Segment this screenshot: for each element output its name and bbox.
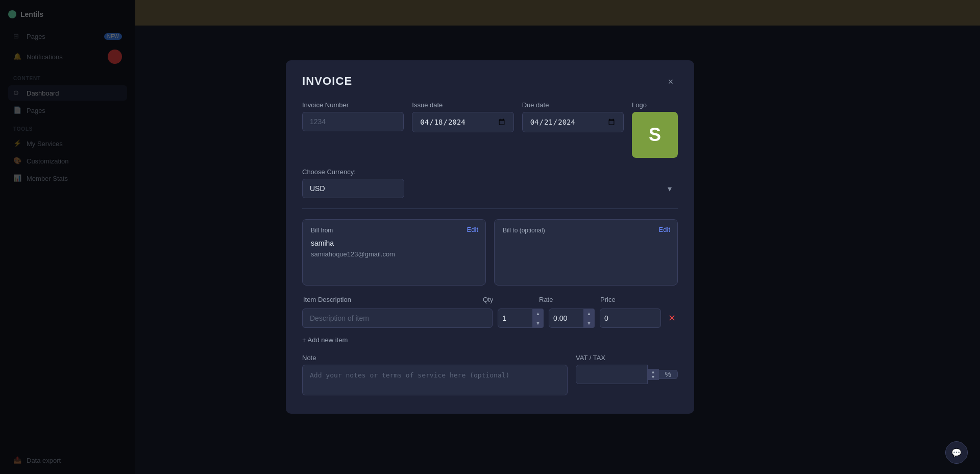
item-row: ▲ ▼ ▲ ▼ ✕ [302, 309, 678, 328]
bill-from-email: samiahoque123@gmail.com [311, 250, 477, 258]
vat-up-button[interactable]: ▲ [648, 369, 658, 374]
bill-to-label: Bill to (optional) [503, 227, 669, 234]
rate-spinner-wrap: ▲ ▼ [549, 309, 595, 328]
issue-date-group: Issue date [412, 101, 513, 132]
col-qty-header: Qty [483, 296, 534, 303]
issue-date-label: Issue date [412, 101, 513, 109]
delete-item-button[interactable]: ✕ [666, 311, 678, 326]
chat-widget-button[interactable]: 💬 [945, 441, 968, 464]
qty-spinner-btns: ▲ ▼ [532, 309, 544, 328]
vat-label: VAT / TAX [576, 354, 678, 362]
invoice-number-group: Invoice Number [302, 101, 404, 131]
bill-row: Edit Bill from samiha samiahoque123@gmai… [302, 219, 678, 286]
currency-select-wrapper: USD EUR GBP CAD [302, 179, 678, 198]
note-label: Note [302, 354, 568, 362]
qty-down-button[interactable]: ▼ [532, 318, 544, 328]
invoice-top-row: Invoice Number Issue date Due date Logo … [302, 101, 678, 158]
vat-input[interactable] [576, 365, 648, 384]
chat-icon: 💬 [951, 448, 962, 458]
due-date-group: Due date [522, 101, 624, 132]
currency-group: Choose Currency: USD EUR GBP CAD [302, 168, 678, 198]
logo-group: Logo S [632, 101, 678, 158]
modal-title: INVOICE [302, 75, 352, 88]
rate-up-button[interactable]: ▲ [583, 309, 595, 318]
due-date-input[interactable] [522, 112, 624, 132]
divider-1 [302, 208, 678, 209]
logo-label: Logo [632, 101, 678, 109]
note-vat-row: Note VAT / TAX ▲ ▼ % [302, 354, 678, 397]
col-description-header: Item Description [303, 296, 483, 303]
close-button[interactable]: × [664, 75, 678, 89]
invoice-number-input[interactable] [302, 112, 404, 131]
item-description-input[interactable] [302, 309, 493, 328]
add-item-button[interactable]: + Add new item [302, 334, 678, 346]
modal-header: INVOICE × [302, 75, 678, 89]
issue-date-input[interactable] [412, 112, 513, 132]
item-price-input[interactable] [600, 309, 661, 328]
currency-select[interactable]: USD EUR GBP CAD [302, 179, 404, 198]
col-rate-header: Rate [539, 296, 595, 303]
note-textarea[interactable] [302, 365, 568, 395]
due-date-label: Due date [522, 101, 624, 109]
bill-to-box: Edit Bill to (optional) [494, 219, 678, 286]
bill-to-edit-button[interactable]: Edit [659, 226, 670, 233]
vat-down-button[interactable]: ▼ [648, 374, 658, 380]
currency-label: Choose Currency: [302, 168, 678, 176]
qty-spinner-wrap: ▲ ▼ [498, 309, 544, 328]
bill-from-edit-button[interactable]: Edit [467, 226, 478, 233]
percent-label: % [659, 370, 678, 379]
invoice-modal: INVOICE × Invoice Number Issue date Due … [286, 60, 694, 414]
col-price-header: Price [600, 296, 662, 303]
bill-from-name: samiha [311, 239, 477, 247]
bill-from-label: Bill from [311, 227, 477, 234]
items-table-header: Item Description Qty Rate Price [302, 296, 678, 303]
vat-input-row: ▲ ▼ % [576, 365, 678, 384]
logo-box[interactable]: S [632, 112, 678, 158]
bill-from-box: Edit Bill from samiha samiahoque123@gmai… [302, 219, 486, 286]
rate-down-button[interactable]: ▼ [583, 318, 595, 328]
note-box: Note [302, 354, 568, 397]
rate-spinner-btns: ▲ ▼ [583, 309, 595, 328]
vat-spinner: ▲ ▼ [648, 369, 659, 380]
invoice-number-label: Invoice Number [302, 101, 404, 109]
qty-up-button[interactable]: ▲ [532, 309, 544, 318]
vat-box: VAT / TAX ▲ ▼ % [576, 354, 678, 397]
